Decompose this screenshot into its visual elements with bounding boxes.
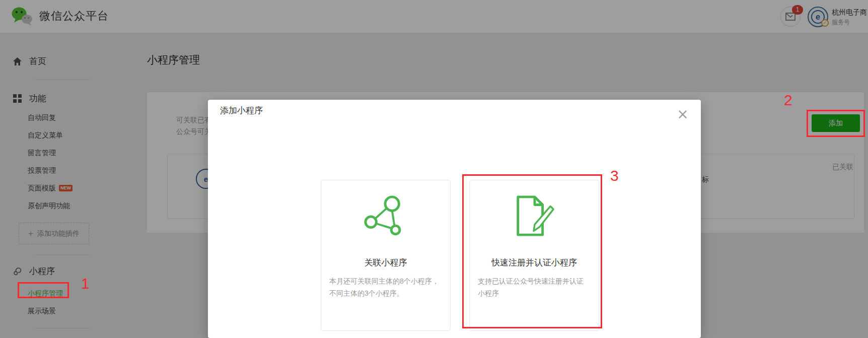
add-miniprogram-modal: 添加小程序 × 关联小程序 本月还可关联同主体的8个小程序， 不同主体的3个小程…	[208, 100, 701, 338]
option-card-desc: 支持已认证公众号快速注册并认证 小程序	[478, 275, 591, 299]
option-card-title: 关联小程序	[321, 257, 450, 268]
close-icon[interactable]: ×	[675, 107, 691, 123]
network-link-icon	[364, 194, 408, 239]
option-card-fast-register[interactable]: 快速注册并认证小程序 支持已认证公众号快速注册并认证 小程序	[469, 180, 599, 331]
document-pen-icon	[512, 194, 556, 239]
option-card-desc: 本月还可关联同主体的8个小程序， 不同主体的3个小程序。	[329, 275, 442, 299]
option-card-link-miniprogram[interactable]: 关联小程序 本月还可关联同主体的8个小程序， 不同主体的3个小程序。	[321, 180, 451, 331]
wechat-mp-platform: 微信公众平台 1 e ✓ 杭州电子商 服务号 首页	[0, 0, 868, 338]
modal-title: 添加小程序	[220, 105, 263, 116]
option-card-title: 快速注册并认证小程序	[470, 257, 599, 268]
